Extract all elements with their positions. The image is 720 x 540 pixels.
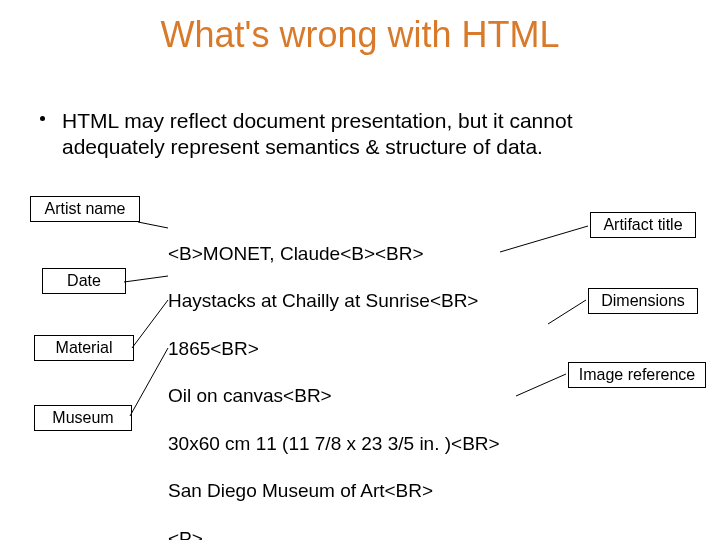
bullet-dot-icon — [40, 116, 45, 121]
bullet-item: HTML may reflect document presentation, … — [40, 108, 680, 161]
code-line-date: 1865<BR> — [168, 337, 588, 361]
code-line-museum: San Diego Museum of Art<BR> — [168, 479, 588, 503]
code-line-artist: <B>MONET, Claude<B><BR> — [168, 242, 588, 266]
label-artifact-title: Artifact title — [590, 212, 696, 238]
label-image-reference: Image reference — [568, 362, 706, 388]
code-line-title: Haystacks at Chailly at Sunrise<BR> — [168, 289, 588, 313]
bullet-text: HTML may reflect document presentation, … — [62, 108, 680, 161]
html-code-block: <B>MONET, Claude<B><BR> Haystacks at Cha… — [168, 218, 588, 540]
svg-line-2 — [132, 300, 168, 348]
label-artist-name: Artist name — [30, 196, 140, 222]
code-line-material: Oil on canvas<BR> — [168, 384, 588, 408]
label-museum: Museum — [34, 405, 132, 431]
label-date: Date — [42, 268, 126, 294]
svg-line-3 — [130, 348, 168, 416]
slide: What's wrong with HTML HTML may reflect … — [0, 0, 720, 540]
code-line-dimensions: 30x60 cm 11 (11 7/8 x 23 3/5 in. )<BR> — [168, 432, 588, 456]
slide-title: What's wrong with HTML — [0, 14, 720, 56]
svg-line-1 — [124, 276, 168, 282]
label-material: Material — [34, 335, 134, 361]
label-dimensions: Dimensions — [588, 288, 698, 314]
code-line-p: <P> — [168, 527, 588, 540]
svg-line-0 — [138, 222, 168, 228]
